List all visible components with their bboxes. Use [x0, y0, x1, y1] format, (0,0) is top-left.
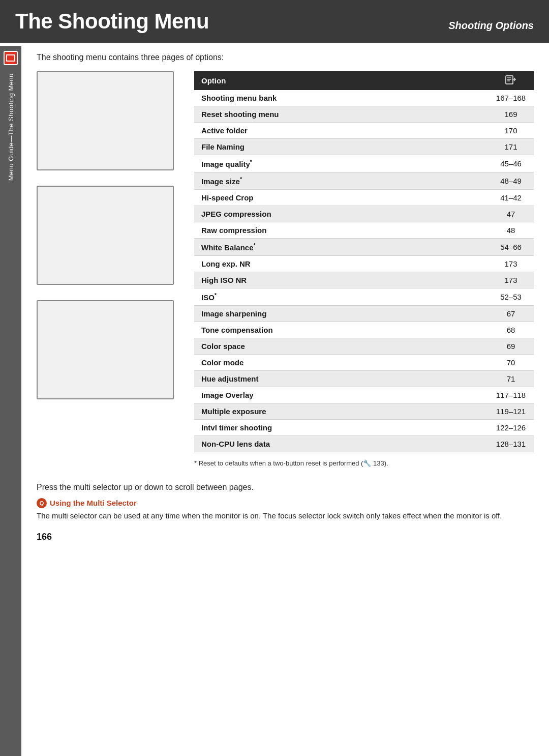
table-row: High ISO NR173: [194, 272, 534, 288]
page-cell: 171: [488, 139, 534, 155]
option-cell: JPEG compression: [194, 206, 488, 222]
page-cell: 169: [488, 106, 534, 123]
option-cell: Multiple exposure: [194, 403, 488, 420]
left-panels: [37, 71, 184, 399]
camera-screen-2: [37, 186, 174, 285]
table-row: Shooting menu bank167–168: [194, 90, 534, 106]
option-cell: Hi-speed Crop: [194, 190, 488, 206]
main-content: The shooting menu contains three pages o…: [21, 43, 549, 558]
option-cell: Image sharpening: [194, 306, 488, 322]
option-cell: Raw compression: [194, 222, 488, 239]
option-cell: Long exp. NR: [194, 256, 488, 272]
page-number: 166: [37, 532, 534, 542]
option-cell: Color mode: [194, 355, 488, 371]
table-row: Multiple exposure119–121: [194, 403, 534, 420]
table-row: Raw compression48: [194, 222, 534, 239]
page-cell: 167–168: [488, 90, 534, 106]
option-cell: Reset shooting menu: [194, 106, 488, 123]
option-cell: File Naming: [194, 139, 488, 155]
option-cell: Image Overlay: [194, 387, 488, 403]
page-cell: 45–46: [488, 155, 534, 172]
table-row: ISO*52–53: [194, 288, 534, 306]
footnote: * Reset to defaults when a two-button re…: [194, 458, 479, 469]
svg-rect-0: [506, 76, 513, 84]
option-cell: Image quality*: [194, 155, 488, 172]
sidebar: Menu Guide—The Shooting Menu: [0, 46, 21, 756]
table-row: Hi-speed Crop41–42: [194, 190, 534, 206]
col-option-header: Option: [194, 71, 488, 90]
section-subtitle: Shooting Options: [448, 20, 534, 34]
page-cell: 48–49: [488, 172, 534, 190]
intro-paragraph: The shooting menu contains three pages o…: [37, 53, 534, 62]
option-cell: Shooting menu bank: [194, 90, 488, 106]
option-cell: ISO*: [194, 288, 488, 306]
table-row: Long exp. NR173: [194, 256, 534, 272]
tip-title-text: Using the Multi Selector: [50, 499, 137, 507]
table-row: Hue adjustment71: [194, 371, 534, 387]
col-page-header: [488, 71, 534, 90]
option-cell: Image size*: [194, 172, 488, 190]
table-row: Image Overlay117–118: [194, 387, 534, 403]
table-row: JPEG compression47: [194, 206, 534, 222]
page-cell: 67: [488, 306, 534, 322]
table-row: Reset shooting menu169: [194, 106, 534, 123]
page-cell: 70: [488, 355, 534, 371]
option-cell: Non-CPU lens data: [194, 436, 488, 452]
page-cell: 69: [488, 338, 534, 355]
options-table-area: Option: [194, 71, 534, 469]
table-row: Image size*48–49: [194, 172, 534, 190]
table-row: Image sharpening67: [194, 306, 534, 322]
tip-title: Q Using the Multi Selector: [37, 498, 534, 508]
table-row: Non-CPU lens data128–131: [194, 436, 534, 452]
option-cell: Hue adjustment: [194, 371, 488, 387]
page-cell: 128–131: [488, 436, 534, 452]
page-cell: 54–66: [488, 239, 534, 256]
page-cell: 122–126: [488, 420, 534, 436]
table-row: Color space69: [194, 338, 534, 355]
page-cell: 173: [488, 272, 534, 288]
table-row: File Naming171: [194, 139, 534, 155]
option-cell: Color space: [194, 338, 488, 355]
option-cell: Tone compensation: [194, 322, 488, 338]
page-ref-icon: [505, 75, 516, 84]
table-row: Active folder170: [194, 123, 534, 139]
tip-box: Q Using the Multi Selector The multi sel…: [37, 498, 534, 522]
page-cell: 173: [488, 256, 534, 272]
sidebar-label: Menu Guide—The Shooting Menu: [7, 73, 15, 181]
table-row: Color mode70: [194, 355, 534, 371]
option-cell: White Balance*: [194, 239, 488, 256]
page-cell: 48: [488, 222, 534, 239]
table-row: White Balance*54–66: [194, 239, 534, 256]
page-cell: 52–53: [488, 288, 534, 306]
table-row: Intvl timer shooting122–126: [194, 420, 534, 436]
page-cell: 68: [488, 322, 534, 338]
option-cell: Intvl timer shooting: [194, 420, 488, 436]
page-header: The Shooting Menu Shooting Options: [0, 0, 549, 43]
tip-icon: Q: [37, 498, 47, 508]
page-cell: 117–118: [488, 387, 534, 403]
page-cell: 170: [488, 123, 534, 139]
page-cell: 41–42: [488, 190, 534, 206]
bottom-paragraph: Press the multi selector up or down to s…: [37, 483, 534, 492]
camera-screen-1: [37, 71, 174, 170]
options-table: Option: [194, 71, 534, 452]
bottom-section: Press the multi selector up or down to s…: [37, 483, 534, 543]
table-row: Image quality*45–46: [194, 155, 534, 172]
content-area: Option: [37, 71, 534, 469]
page-cell: 47: [488, 206, 534, 222]
table-row: Tone compensation68: [194, 322, 534, 338]
option-cell: High ISO NR: [194, 272, 488, 288]
page-cell: 119–121: [488, 403, 534, 420]
page-cell: 71: [488, 371, 534, 387]
page-title: The Shooting Menu: [15, 9, 209, 34]
option-cell: Active folder: [194, 123, 488, 139]
camera-icon: [4, 51, 18, 65]
tip-body: The multi selector can be used at any ti…: [37, 510, 534, 522]
camera-screen-3: [37, 300, 174, 399]
